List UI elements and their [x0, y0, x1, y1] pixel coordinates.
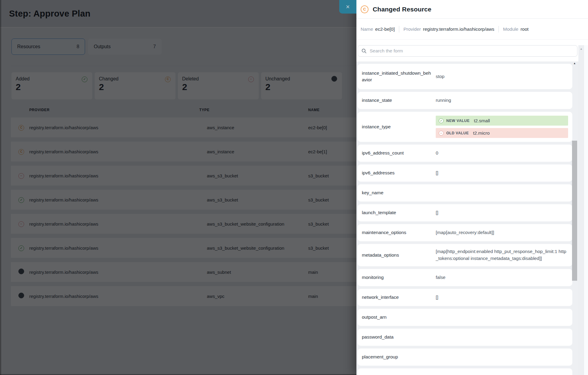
- meta-label-name: Name: [361, 27, 373, 32]
- close-drawer-button[interactable]: ×: [339, 0, 356, 14]
- attribute-name: key_name: [362, 189, 433, 196]
- scroll-up-arrow[interactable]: ▲: [578, 47, 584, 50]
- value-diff: ✓NEW VALUEt2.small−OLD VALUEt2.micro: [436, 116, 568, 138]
- attribute-row-partial: [358, 368, 572, 375]
- drawer-right-gutter: [584, 45, 588, 375]
- attribute-value: stop: [436, 73, 568, 80]
- attribute-value: running: [436, 97, 568, 104]
- attribute-name: outpost_arn: [362, 314, 433, 320]
- meta-value-provider: registry.terraform.io/hashicorp/aws: [423, 27, 495, 32]
- meta-value-module: root: [520, 27, 529, 32]
- new-value-banner: ✓NEW VALUEt2.small: [436, 116, 568, 126]
- meta-label-provider: Provider: [403, 27, 421, 32]
- attribute-value: [map[auto_recovery:default]]: [436, 229, 568, 236]
- attribute-row: metadata_options[map[http_endpoint:enabl…: [358, 244, 572, 266]
- list-scrollbar[interactable]: ▲: [572, 62, 577, 375]
- changed-resource-drawer: × C Changed Resource Nameec2-be[0]Provid…: [356, 0, 588, 375]
- search-input[interactable]: [369, 48, 574, 54]
- meta-label-module: Module: [503, 27, 518, 32]
- old-value-label: OLD VALUE: [446, 131, 469, 135]
- attribute-row: launch_template[]: [358, 204, 572, 221]
- attribute-value: []: [436, 170, 568, 177]
- meta-separator: [399, 26, 399, 33]
- drawer-header: C Changed Resource: [356, 0, 588, 19]
- attribute-name: ipv6_addresses: [362, 170, 433, 176]
- attribute-row: ipv6_address_count0: [358, 145, 572, 162]
- resource-meta: Nameec2-be[0]Providerregistry.terraform.…: [356, 19, 588, 40]
- scroll-thumb[interactable]: [572, 141, 577, 281]
- meta-separator: [498, 26, 499, 33]
- list-scroll-up-arrow[interactable]: ▲: [572, 62, 577, 65]
- drawer-title: Changed Resource: [373, 6, 432, 13]
- attribute-row: ipv6_addresses[]: [358, 164, 572, 182]
- attribute-name: password_data: [362, 334, 433, 340]
- attribute-row: monitoringfalse: [358, 269, 572, 286]
- old-value: t2.micro: [473, 130, 490, 136]
- attribute-row: placement_group: [358, 348, 572, 366]
- attribute-row: network_interface[]: [358, 289, 572, 306]
- attribute-name: metadata_options: [362, 252, 433, 258]
- search-bar: [358, 45, 577, 57]
- attribute-name: placement_group: [362, 354, 433, 360]
- minus-circle-icon: −: [439, 131, 444, 136]
- attribute-row: maintenance_options[map[auto_recovery:de…: [358, 224, 572, 241]
- new-value: t2.small: [474, 118, 490, 123]
- left-edge: [0, 0, 1, 375]
- old-value-banner: −OLD VALUEt2.micro: [436, 128, 568, 138]
- attribute-row: key_name: [358, 184, 572, 202]
- check-circle-icon: ✓: [439, 118, 444, 123]
- attribute-value: 0: [436, 150, 568, 157]
- attribute-value: [map[http_endpoint:enabled http_put_resp…: [436, 248, 568, 262]
- attribute-name: instance_type: [362, 123, 433, 130]
- new-value-label: NEW VALUE: [446, 119, 469, 123]
- attribute-row: password_data: [358, 329, 572, 346]
- attribute-name: instance_initiated_shutdown_behavior: [362, 70, 433, 83]
- changed-status-icon: C: [361, 5, 368, 13]
- attribute-value: []: [436, 209, 568, 216]
- drawer-scrollbar[interactable]: ▲: [578, 45, 584, 375]
- attribute-value: []: [436, 294, 568, 301]
- search-icon: [362, 48, 366, 53]
- attribute-row: instance_type✓NEW VALUEt2.small−OLD VALU…: [358, 112, 572, 142]
- attribute-name: maintenance_options: [362, 229, 433, 236]
- attribute-row: instance_initiated_shutdown_behaviorstop: [358, 64, 572, 89]
- attribute-name: instance_state: [362, 97, 433, 104]
- attribute-row: instance_staterunning: [358, 92, 572, 109]
- meta-value-name: ec2-be[0]: [375, 27, 395, 32]
- attribute-name: launch_template: [362, 209, 433, 216]
- attribute-value: false: [436, 274, 568, 281]
- attribute-name: network_interface: [362, 294, 433, 301]
- attribute-row: outpost_arn: [358, 309, 572, 326]
- attribute-name: monitoring: [362, 274, 433, 281]
- approve-plan-screen: Step: Approve Plan Resources8Outputs7 Ad…: [0, 0, 588, 375]
- attribute-list: instance_initiated_shutdown_behaviorstop…: [356, 61, 578, 375]
- attribute-name: ipv6_address_count: [362, 150, 433, 156]
